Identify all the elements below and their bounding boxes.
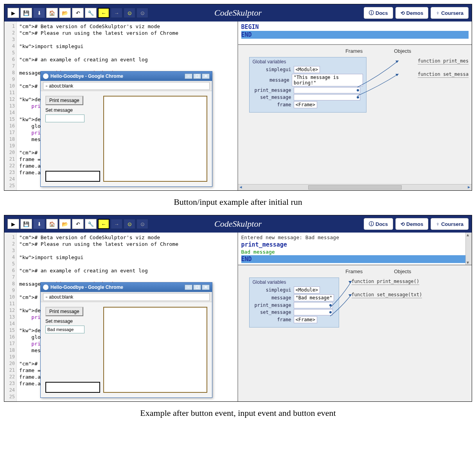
- close-button[interactable]: ✕: [202, 73, 210, 79]
- frames-header: Frames: [345, 269, 363, 274]
- var-value: <Frame>: [294, 101, 318, 108]
- object-function: function print_mes: [418, 58, 469, 64]
- docs-link[interactable]: ⓘDocs: [364, 7, 393, 19]
- object-function: function set_message(txt): [352, 292, 422, 298]
- svg-marker-0: [395, 61, 399, 63]
- maximize-button[interactable]: ☐: [193, 285, 201, 290]
- print-message-button[interactable]: Print message: [45, 307, 83, 316]
- simplegui-window[interactable]: Hello-Goodbye - Google Chrome – ☐ ✕ ▫abo…: [40, 71, 212, 187]
- globals-title: Global variables: [253, 279, 336, 285]
- demos-link[interactable]: ⟲Demos: [395, 7, 428, 19]
- url-input[interactable]: ▫about:blank: [43, 82, 210, 90]
- caption-1: Button/input example after initial run: [4, 194, 472, 215]
- svg-marker-3: [348, 294, 352, 297]
- url-input[interactable]: ▫about:blank: [43, 293, 210, 301]
- controls-column: Print message Set message: [45, 307, 96, 393]
- workspace: 1234567891011121314151617181920212223242…: [4, 21, 472, 190]
- console-end: END: [241, 31, 469, 39]
- toolbar: ▶ 💾 ⬇ 🏠 📂 ↶ 🔧 ← → ⊙ ⊙ CodeSkulptor ⓘDocs…: [4, 215, 472, 233]
- set-message-input[interactable]: [45, 115, 84, 122]
- window-body: Print message Set message: [41, 302, 212, 397]
- wrench-button[interactable]: 🔧: [85, 8, 97, 18]
- fresh-button[interactable]: 🏠: [46, 219, 58, 229]
- var-value: [294, 309, 333, 315]
- gutter: 1234567891011121314151617181920212223242…: [4, 21, 17, 190]
- horizontal-scrollbar[interactable]: [238, 184, 472, 190]
- var-name: frame: [253, 102, 294, 107]
- lightbulb-icon: ♀: [436, 10, 440, 16]
- download-button[interactable]: ⬇: [33, 8, 45, 18]
- first-button[interactable]: ⊙: [124, 8, 135, 18]
- var-name: simplegui: [253, 67, 294, 72]
- var-name: print_message: [253, 88, 294, 93]
- first-button[interactable]: ⊙: [124, 219, 135, 229]
- undo-button[interactable]: ↶: [72, 8, 84, 18]
- maximize-button[interactable]: ☐: [193, 73, 201, 79]
- var-value: <Frame>: [294, 316, 318, 323]
- close-button[interactable]: ✕: [202, 285, 210, 290]
- code-editor[interactable]: 1234567891011121314151617181920212223242…: [4, 233, 238, 401]
- var-name: print_message: [253, 303, 294, 308]
- save-button[interactable]: 💾: [20, 8, 32, 18]
- chrome-icon: [43, 285, 48, 290]
- viz-pane: Entered new message: Bad message print_m…: [238, 233, 472, 401]
- open-button[interactable]: 📂: [59, 8, 71, 18]
- step-back-button[interactable]: ←: [98, 219, 110, 229]
- coursera-link[interactable]: ♀Coursera: [431, 218, 469, 230]
- toolbar-right: ⓘDocs ⟲Demos ♀Coursera: [364, 218, 469, 230]
- toolbar: ▶ 💾 ⬇ 🏠 📂 ↶ 🔧 ← → ⊙ ⊙ CodeSkulptor ⓘDocs…: [4, 4, 472, 21]
- undo-button[interactable]: ↶: [72, 219, 84, 229]
- info-icon: ⓘ: [369, 220, 374, 227]
- wrench-button[interactable]: 🔧: [85, 219, 97, 229]
- set-message-input[interactable]: [45, 326, 84, 333]
- info-icon: ⓘ: [369, 9, 374, 16]
- window-titlebar[interactable]: Hello-Goodbye - Google Chrome – ☐ ✕: [41, 283, 212, 292]
- demos-link[interactable]: ⟲Demos: [395, 218, 428, 230]
- download-button[interactable]: ⬇: [33, 219, 45, 229]
- print-message-button[interactable]: Print message: [45, 96, 83, 105]
- console-begin: BEGIN: [241, 23, 469, 31]
- step-fwd-button[interactable]: →: [111, 8, 122, 18]
- open-button[interactable]: 📂: [59, 219, 71, 229]
- last-button[interactable]: ⊙: [137, 219, 148, 229]
- docs-link[interactable]: ⓘDocs: [364, 218, 393, 230]
- window-titlebar[interactable]: Hello-Goodbye - Google Chrome – ☐ ✕: [41, 72, 212, 81]
- save-button[interactable]: 💾: [20, 219, 32, 229]
- var-name: simplegui: [253, 287, 294, 293]
- code-editor[interactable]: 1234567891011121314151617181920212223242…: [4, 21, 238, 190]
- console-call: print_message: [241, 241, 469, 249]
- page-icon: ▫: [46, 83, 47, 89]
- svg-marker-2: [348, 281, 352, 283]
- viz-pane: BEGIN END Frames Objects Global variable…: [238, 21, 472, 190]
- simplegui-window[interactable]: Hello-Goodbye - Google Chrome – ☐ ✕ ▫abo…: [40, 282, 212, 398]
- console-output: Bad message: [241, 249, 469, 255]
- console-scrollbar[interactable]: [465, 233, 472, 265]
- var-value: [294, 302, 333, 308]
- canvas: [103, 307, 207, 393]
- var-value: "This message is boring!": [292, 74, 363, 86]
- step-back-button[interactable]: ←: [98, 8, 110, 18]
- toolbar-left: ▶ 💾 ⬇ 🏠 📂 ↶ 🔧 ← → ⊙ ⊙: [7, 8, 148, 18]
- var-name: frame: [253, 317, 294, 322]
- var-name: set_message: [253, 95, 294, 100]
- svg-marker-1: [395, 74, 399, 76]
- controls-column: Print message Set message: [45, 96, 96, 182]
- run-button[interactable]: ▶: [7, 219, 19, 229]
- canvas: [103, 96, 207, 182]
- logo: CodeSkulptor: [214, 219, 262, 229]
- window-title: Hello-Goodbye - Google Chrome: [50, 285, 123, 290]
- globals-frame: Global variables simplegui<Module> messa…: [249, 57, 366, 113]
- minimize-button[interactable]: –: [185, 285, 192, 290]
- minimize-button[interactable]: –: [185, 73, 192, 79]
- demos-icon: ⟲: [401, 221, 405, 227]
- object-function: function set_messa: [418, 72, 469, 78]
- set-message-label: Set message: [45, 319, 96, 324]
- coursera-link[interactable]: ♀Coursera: [431, 7, 469, 19]
- step-fwd-button[interactable]: →: [111, 219, 122, 229]
- var-value: "Bad message": [294, 294, 334, 301]
- run-button[interactable]: ▶: [7, 8, 19, 18]
- last-button[interactable]: ⊙: [137, 8, 148, 18]
- workspace: 1234567891011121314151617181920212223242…: [4, 233, 472, 401]
- status-box: [45, 382, 100, 393]
- fresh-button[interactable]: 🏠: [46, 8, 58, 18]
